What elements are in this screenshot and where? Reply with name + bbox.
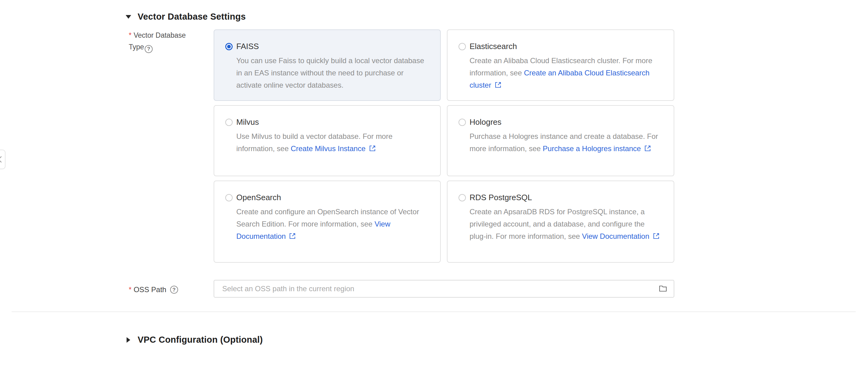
option-card-rds-postgresql[interactable]: RDS PostgreSQL Create an ApsaraDB RDS fo…	[447, 181, 674, 263]
external-link-icon	[652, 232, 660, 239]
folder-icon	[658, 284, 668, 293]
option-title: Milvus	[236, 117, 259, 127]
help-question-icon[interactable]: ?	[170, 286, 178, 294]
option-title: FAISS	[236, 42, 259, 51]
panel-collapse-handle[interactable]	[0, 150, 5, 169]
radio-hologres[interactable]	[459, 119, 466, 126]
option-title: Elasticsearch	[470, 42, 517, 51]
external-link-icon	[644, 144, 652, 152]
option-description: Create an ApsaraDB RDS for PostgreSQL in…	[470, 206, 663, 242]
milvus-doc-link[interactable]: Create Milvus Instance	[290, 144, 376, 153]
option-description-text: You can use Faiss to quickly build a loc…	[236, 56, 424, 89]
oss-path-label-text: OSS Path	[134, 284, 166, 296]
option-description-text: Create and configure an OpenSearch insta…	[236, 208, 419, 228]
oss-path-label: * OSS Path ?	[129, 284, 178, 296]
rds-doc-link[interactable]: View Documentation	[582, 232, 660, 240]
external-link-icon	[288, 232, 297, 239]
chevron-left-icon	[0, 155, 3, 163]
oss-path-field	[214, 280, 674, 298]
radio-rds-postgresql[interactable]	[459, 194, 466, 202]
hologres-doc-link[interactable]: Purchase a Hologres instance	[543, 144, 652, 153]
option-title: OpenSearch	[236, 193, 281, 202]
option-card-milvus[interactable]: Milvus Use Milvus to build a vector data…	[214, 105, 441, 176]
external-link-icon	[368, 144, 376, 152]
option-description: Create and configure an OpenSearch insta…	[236, 206, 429, 242]
option-card-faiss[interactable]: FAISS You can use Faiss to quickly build…	[214, 29, 441, 101]
external-link-icon	[494, 80, 502, 88]
required-asterisk: *	[129, 31, 131, 39]
option-card-hologres[interactable]: Hologres Purchase a Hologres instance an…	[447, 105, 674, 176]
section-header-vpc-configuration[interactable]: VPC Configuration (Optional)	[125, 335, 263, 345]
help-question-icon[interactable]: ?	[145, 45, 153, 53]
vector-db-type-label-text: Vector Database Type	[129, 31, 186, 51]
radio-opensearch[interactable]	[225, 194, 232, 202]
vector-db-type-options: FAISS You can use Faiss to quickly build…	[214, 29, 674, 263]
section-title: Vector Database Settings	[137, 12, 246, 22]
vector-database-settings-page: Vector Database Settings *Vector Databas…	[0, 0, 868, 366]
required-asterisk: *	[129, 284, 131, 296]
oss-path-browse-button[interactable]	[658, 284, 668, 293]
option-card-elasticsearch[interactable]: Elasticsearch Create an Alibaba Cloud El…	[447, 29, 674, 101]
section-divider	[12, 311, 856, 312]
option-description: You can use Faiss to quickly build a loc…	[236, 55, 429, 91]
option-description: Purchase a Hologres instance and create …	[470, 130, 663, 155]
radio-elasticsearch[interactable]	[459, 43, 466, 50]
option-description: Create an Alibaba Cloud Elasticsearch cl…	[470, 55, 663, 91]
oss-path-input[interactable]	[214, 280, 674, 298]
collapse-triangle-right-icon	[125, 337, 132, 343]
vector-db-type-label: *Vector Database Type?	[129, 29, 193, 53]
option-description: Use Milvus to build a vector database. F…	[236, 130, 429, 155]
radio-faiss[interactable]	[225, 43, 232, 50]
collapse-triangle-down-icon	[125, 13, 132, 20]
option-title: Hologres	[470, 117, 501, 127]
option-title: RDS PostgreSQL	[470, 193, 532, 202]
radio-milvus[interactable]	[225, 119, 232, 126]
section-header-vector-database-settings[interactable]: Vector Database Settings	[125, 12, 246, 22]
option-card-opensearch[interactable]: OpenSearch Create and configure an OpenS…	[214, 181, 441, 263]
section-title: VPC Configuration (Optional)	[137, 335, 263, 345]
